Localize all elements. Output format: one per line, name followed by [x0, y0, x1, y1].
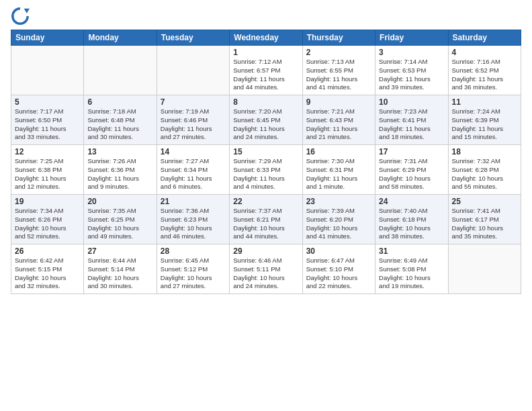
day-number: 29: [233, 246, 298, 256]
day-number: 21: [161, 197, 226, 206]
calendar-cell: 27Sunrise: 6:44 AM Sunset: 5:14 PM Dayli…: [84, 244, 157, 294]
day-info: Sunrise: 6:47 AM Sunset: 5:10 PM Dayligh…: [306, 257, 371, 291]
calendar-cell: 10Sunrise: 7:23 AM Sunset: 6:41 PM Dayli…: [375, 95, 448, 145]
calendar-cell: 17Sunrise: 7:31 AM Sunset: 6:29 PM Dayli…: [375, 145, 448, 195]
day-info: Sunrise: 7:12 AM Sunset: 6:57 PM Dayligh…: [233, 58, 298, 92]
day-number: 13: [87, 147, 152, 156]
day-info: Sunrise: 7:25 AM Sunset: 6:38 PM Dayligh…: [15, 157, 80, 191]
logo-icon: [11, 7, 30, 26]
day-number: 15: [233, 147, 298, 156]
day-number: 17: [379, 147, 444, 156]
weekday-header-sunday: Sunday: [11, 30, 84, 46]
weekday-header-thursday: Thursday: [302, 30, 375, 46]
day-number: 26: [15, 246, 80, 256]
calendar-cell: [84, 46, 157, 95]
calendar-cell: 9Sunrise: 7:21 AM Sunset: 6:43 PM Daylig…: [302, 95, 375, 145]
calendar-cell: 12Sunrise: 7:25 AM Sunset: 6:38 PM Dayli…: [11, 145, 84, 195]
calendar-cell: 19Sunrise: 7:34 AM Sunset: 6:26 PM Dayli…: [11, 195, 84, 244]
calendar-cell: 25Sunrise: 7:41 AM Sunset: 6:17 PM Dayli…: [448, 195, 521, 244]
svg-marker-0: [24, 9, 30, 13]
day-info: Sunrise: 7:34 AM Sunset: 6:26 PM Dayligh…: [15, 207, 80, 241]
day-info: Sunrise: 6:49 AM Sunset: 5:08 PM Dayligh…: [379, 257, 444, 291]
calendar-cell: 3Sunrise: 7:14 AM Sunset: 6:53 PM Daylig…: [375, 46, 448, 95]
weekday-header-wednesday: Wednesday: [230, 30, 302, 46]
day-info: Sunrise: 7:27 AM Sunset: 6:34 PM Dayligh…: [161, 157, 226, 191]
day-info: Sunrise: 7:32 AM Sunset: 6:28 PM Dayligh…: [452, 157, 517, 191]
weekday-header-friday: Friday: [375, 30, 448, 46]
day-info: Sunrise: 7:14 AM Sunset: 6:53 PM Dayligh…: [379, 58, 444, 92]
calendar-cell: 13Sunrise: 7:26 AM Sunset: 6:36 PM Dayli…: [84, 145, 157, 195]
calendar-cell: 6Sunrise: 7:18 AM Sunset: 6:48 PM Daylig…: [84, 95, 157, 145]
day-info: Sunrise: 7:16 AM Sunset: 6:52 PM Dayligh…: [452, 58, 517, 92]
day-number: 20: [87, 197, 152, 206]
day-number: 8: [233, 97, 298, 107]
weekday-header-monday: Monday: [84, 30, 157, 46]
calendar-cell: 23Sunrise: 7:39 AM Sunset: 6:20 PM Dayli…: [302, 195, 375, 244]
day-number: 30: [306, 246, 371, 256]
weekday-header-row: SundayMondayTuesdayWednesdayThursdayFrid…: [11, 30, 521, 46]
day-number: 28: [161, 246, 226, 256]
calendar-week-row: 1Sunrise: 7:12 AM Sunset: 6:57 PM Daylig…: [11, 46, 521, 95]
day-info: Sunrise: 7:21 AM Sunset: 6:43 PM Dayligh…: [306, 107, 371, 142]
calendar-cell: 1Sunrise: 7:12 AM Sunset: 6:57 PM Daylig…: [230, 46, 302, 95]
day-info: Sunrise: 6:45 AM Sunset: 5:12 PM Dayligh…: [161, 257, 226, 291]
day-number: 1: [233, 48, 298, 57]
calendar-cell: 16Sunrise: 7:30 AM Sunset: 6:31 PM Dayli…: [302, 145, 375, 195]
calendar-cell: 31Sunrise: 6:49 AM Sunset: 5:08 PM Dayli…: [375, 244, 448, 294]
day-number: 3: [379, 48, 444, 57]
day-info: Sunrise: 7:19 AM Sunset: 6:46 PM Dayligh…: [161, 107, 226, 142]
calendar-cell: 5Sunrise: 7:17 AM Sunset: 6:50 PM Daylig…: [11, 95, 84, 145]
day-number: 12: [15, 147, 80, 156]
day-info: Sunrise: 7:36 AM Sunset: 6:23 PM Dayligh…: [161, 207, 226, 241]
calendar-cell: [157, 46, 229, 95]
calendar-week-row: 12Sunrise: 7:25 AM Sunset: 6:38 PM Dayli…: [11, 145, 521, 195]
day-info: Sunrise: 6:44 AM Sunset: 5:14 PM Dayligh…: [87, 257, 152, 291]
calendar-table: SundayMondayTuesdayWednesdayThursdayFrid…: [11, 30, 521, 294]
calendar-cell: 8Sunrise: 7:20 AM Sunset: 6:45 PM Daylig…: [230, 95, 302, 145]
calendar-cell: 2Sunrise: 7:13 AM Sunset: 6:55 PM Daylig…: [302, 46, 375, 95]
calendar-cell: 24Sunrise: 7:40 AM Sunset: 6:18 PM Dayli…: [375, 195, 448, 244]
calendar-cell: 11Sunrise: 7:24 AM Sunset: 6:39 PM Dayli…: [448, 95, 521, 145]
day-info: Sunrise: 7:13 AM Sunset: 6:55 PM Dayligh…: [306, 58, 371, 92]
calendar-cell: 28Sunrise: 6:45 AM Sunset: 5:12 PM Dayli…: [157, 244, 229, 294]
day-info: Sunrise: 7:18 AM Sunset: 6:48 PM Dayligh…: [87, 107, 152, 142]
page: SundayMondayTuesdayWednesdayThursdayFrid…: [0, 0, 532, 411]
day-info: Sunrise: 7:40 AM Sunset: 6:18 PM Dayligh…: [379, 207, 444, 241]
day-info: Sunrise: 7:31 AM Sunset: 6:29 PM Dayligh…: [379, 157, 444, 191]
calendar-cell: 18Sunrise: 7:32 AM Sunset: 6:28 PM Dayli…: [448, 145, 521, 195]
day-number: 18: [452, 147, 517, 156]
day-info: Sunrise: 7:29 AM Sunset: 6:33 PM Dayligh…: [233, 157, 298, 191]
day-number: 14: [161, 147, 226, 156]
day-info: Sunrise: 7:30 AM Sunset: 6:31 PM Dayligh…: [306, 157, 371, 191]
day-info: Sunrise: 7:26 AM Sunset: 6:36 PM Dayligh…: [87, 157, 152, 191]
day-number: 27: [87, 246, 152, 256]
calendar-cell: [11, 46, 84, 95]
calendar-cell: 26Sunrise: 6:42 AM Sunset: 5:15 PM Dayli…: [11, 244, 84, 294]
day-info: Sunrise: 7:20 AM Sunset: 6:45 PM Dayligh…: [233, 107, 298, 142]
day-number: 9: [306, 97, 371, 107]
day-number: 4: [452, 48, 517, 57]
calendar-cell: 30Sunrise: 6:47 AM Sunset: 5:10 PM Dayli…: [302, 244, 375, 294]
day-number: 7: [161, 97, 226, 107]
day-info: Sunrise: 7:24 AM Sunset: 6:39 PM Dayligh…: [452, 107, 517, 142]
day-info: Sunrise: 7:35 AM Sunset: 6:25 PM Dayligh…: [87, 207, 152, 241]
header: [11, 7, 521, 26]
weekday-header-tuesday: Tuesday: [157, 30, 229, 46]
calendar-week-row: 5Sunrise: 7:17 AM Sunset: 6:50 PM Daylig…: [11, 95, 521, 145]
day-number: 10: [379, 97, 444, 107]
day-number: 31: [379, 246, 444, 256]
day-number: 22: [233, 197, 298, 206]
calendar-cell: 7Sunrise: 7:19 AM Sunset: 6:46 PM Daylig…: [157, 95, 229, 145]
day-number: 25: [452, 197, 517, 206]
day-info: Sunrise: 7:37 AM Sunset: 6:21 PM Dayligh…: [233, 207, 298, 241]
day-number: 23: [306, 197, 371, 206]
calendar-cell: 4Sunrise: 7:16 AM Sunset: 6:52 PM Daylig…: [448, 46, 521, 95]
calendar-cell: 20Sunrise: 7:35 AM Sunset: 6:25 PM Dayli…: [84, 195, 157, 244]
day-info: Sunrise: 6:46 AM Sunset: 5:11 PM Dayligh…: [233, 257, 298, 291]
day-number: 19: [15, 197, 80, 206]
calendar-cell: 15Sunrise: 7:29 AM Sunset: 6:33 PM Dayli…: [230, 145, 302, 195]
day-number: 6: [87, 97, 152, 107]
day-info: Sunrise: 7:41 AM Sunset: 6:17 PM Dayligh…: [452, 207, 517, 241]
day-number: 24: [379, 197, 444, 206]
logo: [11, 7, 31, 26]
